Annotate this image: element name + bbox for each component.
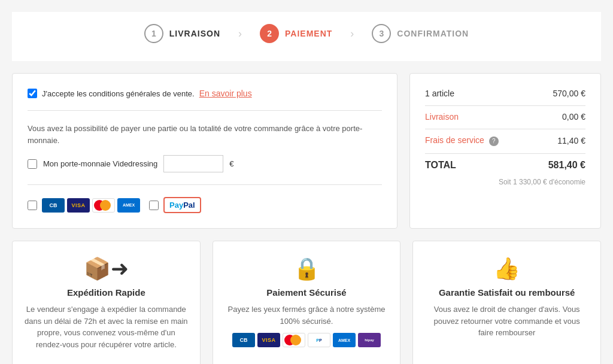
left-panel: J'accepte les conditions générales de ve… [12,73,397,229]
article-value: 570,00 € [553,89,586,98]
expedition-desc: Le vendeur s'engage à expédier la comman… [25,304,188,350]
step1-label: LIVRAISON [169,29,220,38]
step1-circle: 1 [144,24,163,43]
garantie-icon: 👍 [425,256,588,281]
cgv-section: J'accepte les conditions générales de ve… [28,89,382,111]
expedition-icon: 📦➜ [25,256,188,281]
wallet-amount-input[interactable] [163,155,223,172]
banner-hipay-icon: hipay [358,333,381,347]
step-confirmation: 3 CONFIRMATION [372,24,469,43]
paiement-cards: CB VISA PP AMEX hipay [225,333,389,347]
mastercard-icon [92,198,115,213]
article-row: 1 article 570,00 € [425,89,585,98]
step3-label: CONFIRMATION [397,29,469,38]
garantie-title: Garantie Satisfait ou remboursé [425,287,588,298]
paypal-text: PayPal [169,201,195,210]
wallet-currency: € [229,159,233,168]
step-sep-1: › [238,28,242,40]
cgv-text: J'accepte les conditions générales de ve… [42,89,195,98]
visa-icon: VISA [67,198,90,213]
frais-value: 11,40 € [557,136,585,145]
step-paiement: 2 PAIEMENT [260,24,332,43]
livraison-value: 0,00 € [562,112,585,122]
step-sep-2: › [350,28,354,40]
total-row: TOTAL 581,40 € [425,160,585,171]
paiement-desc: Payez les yeux fermés grâce à notre syst… [225,304,389,327]
divider-3 [425,153,585,154]
payment-methods: CB VISA AMEX [28,197,382,213]
expedition-title: Expédition Rapide [25,287,188,298]
banner-mc-icon [283,333,305,347]
wallet-label: Mon porte-monnaie Videdressing [43,159,157,168]
main-content: J'accepte les conditions générales de ve… [12,73,601,229]
wallet-row: Mon porte-monnaie Videdressing € [28,155,382,172]
divider-2 [425,129,585,129]
steps-header: 1 LIVRAISON › 2 PAIEMENT › 3 CONFIRMATIO… [12,12,601,61]
livraison-row: Livraison 0,00 € [425,112,585,122]
savings-text: Soit 1 330,00 € d'économie [425,178,585,186]
frais-label: Frais de service ? [425,135,499,146]
bottom-banners: 📦➜ Expédition Rapide Le vendeur s'engage… [12,241,601,364]
wallet-description: Vous avez la possibilité de payer une pa… [28,123,382,146]
frais-help-icon[interactable]: ? [489,136,499,146]
paypal-payment-option: PayPal [149,197,201,213]
frais-row: Frais de service ? 11,40 € [425,135,585,146]
paiement-icon: 🔒 [225,256,389,281]
paypal-checkbox[interactable] [149,201,159,210]
garantie-banner: 👍 Garantie Satisfait ou remboursé Vous a… [412,241,601,364]
cgv-checkbox[interactable] [28,89,37,98]
step2-label: PAIEMENT [285,29,332,38]
paiement-securise-banner: 🔒 Paiement Sécurisé Payez les yeux fermé… [213,241,401,364]
total-value: 581,40 € [548,160,585,171]
garantie-desc: Vous avez le droit de changer d'avis. Vo… [425,304,588,339]
wallet-checkbox[interactable] [28,159,37,169]
wallet-section: Vous avez la possibilité de payer une pa… [28,123,382,185]
step-livraison: 1 LIVRAISON [144,24,220,43]
cb-icon: CB [42,198,65,213]
paypal-box[interactable]: PayPal [163,197,201,213]
banner-amex-icon: AMEX [333,333,356,347]
amex-icon: AMEX [117,198,140,213]
cgv-link[interactable]: En savoir plus [199,89,252,98]
paiement-title: Paiement Sécurisé [225,287,389,298]
step3-circle: 3 [372,24,391,43]
card-icons: CB VISA AMEX [42,198,140,213]
article-label: 1 article [425,89,454,98]
expedition-banner: 📦➜ Expédition Rapide Le vendeur s'engage… [12,241,201,364]
livraison-label: Livraison [425,112,459,122]
divider-1 [425,105,585,106]
card-payment-checkbox[interactable] [28,201,37,210]
total-label: TOTAL [425,160,456,171]
step2-circle: 2 [260,24,279,43]
card-payment-option: CB VISA AMEX [28,198,140,213]
banner-cb-icon: CB [232,333,255,347]
banner-visa-icon: VISA [257,333,280,347]
banner-paypal-icon: PP [308,333,330,347]
order-summary: 1 article 570,00 € Livraison 0,00 € Frai… [409,73,601,229]
